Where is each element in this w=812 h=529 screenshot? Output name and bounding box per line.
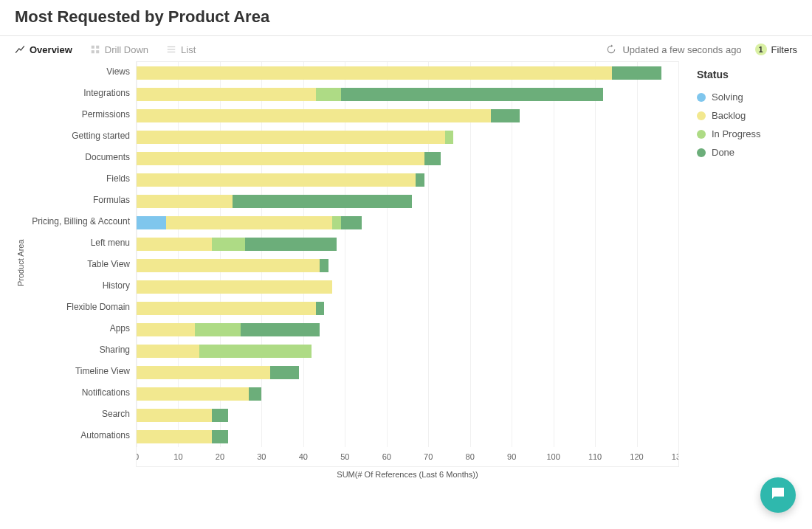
- legend-item-backlog[interactable]: Backlog: [697, 106, 797, 125]
- svg-rect-5: [168, 49, 176, 49]
- bar-segment-backlog[interactable]: [137, 387, 249, 401]
- bar-segment-inprogress[interactable]: [316, 88, 341, 101]
- plot-scroll[interactable]: [137, 62, 678, 449]
- bar-row[interactable]: [137, 426, 678, 447]
- bar-segment-backlog[interactable]: [137, 109, 491, 122]
- bar-segment-backlog[interactable]: [137, 323, 195, 336]
- bar-row[interactable]: [137, 383, 678, 404]
- bar-segment-backlog[interactable]: [137, 238, 212, 251]
- bar-row[interactable]: [137, 105, 678, 126]
- category-label: Sharing: [25, 339, 130, 361]
- category-label: Table View: [25, 254, 130, 275]
- bar-row[interactable]: [137, 319, 678, 340]
- bar-segment-backlog[interactable]: [137, 366, 270, 379]
- bar-segment-solving[interactable]: [137, 216, 166, 229]
- tab-list[interactable]: List: [166, 44, 196, 55]
- bar-row[interactable]: [137, 126, 678, 148]
- bar-segment-backlog[interactable]: [137, 66, 612, 80]
- x-axis-label: SUM(# Of References (Last 6 Months)): [136, 470, 679, 479]
- bar-row[interactable]: [137, 340, 678, 362]
- x-tick: 90: [507, 452, 516, 461]
- x-tick: 80: [466, 452, 475, 461]
- bar-segment-backlog[interactable]: [137, 345, 199, 358]
- bar-row[interactable]: [137, 297, 678, 319]
- x-tick: 50: [340, 452, 349, 461]
- bar-segment-backlog[interactable]: [137, 173, 416, 187]
- tab-overview[interactable]: Overview: [15, 44, 72, 55]
- category-label: Fields: [25, 168, 130, 190]
- list-icon: [166, 44, 176, 55]
- bar-row[interactable]: [137, 62, 678, 83]
- page-title: Most Requested by Product Area: [15, 7, 797, 27]
- chat-button[interactable]: [760, 477, 796, 513]
- bar-segment-backlog[interactable]: [166, 216, 333, 229]
- bar-segment-backlog[interactable]: [137, 88, 316, 101]
- bar-segment-backlog[interactable]: [137, 409, 212, 422]
- bar-row[interactable]: [137, 404, 678, 426]
- category-label: Integrations: [25, 83, 130, 104]
- bar-row[interactable]: [137, 276, 678, 297]
- legend-title: Status: [697, 69, 797, 80]
- bar-segment-done[interactable]: [341, 216, 362, 229]
- svg-rect-0: [92, 46, 94, 49]
- x-tick: 100: [546, 452, 560, 461]
- bar-segment-done[interactable]: [424, 152, 441, 165]
- bar-segment-backlog[interactable]: [137, 302, 316, 315]
- bar-row[interactable]: [137, 362, 678, 383]
- bar-row[interactable]: [137, 190, 678, 212]
- bar-segment-done[interactable]: [245, 238, 337, 251]
- bar-segment-inprogress[interactable]: [199, 345, 312, 358]
- category-label: History: [25, 275, 130, 297]
- bar-row[interactable]: [137, 83, 678, 105]
- bar-segment-done[interactable]: [270, 366, 300, 379]
- bar-segment-done[interactable]: [491, 109, 520, 122]
- page-header: Most Requested by Product Area: [0, 0, 812, 36]
- legend-label: In Progress: [712, 128, 760, 139]
- bar-segment-backlog[interactable]: [137, 280, 332, 294]
- x-tick: 0: [136, 452, 139, 461]
- bar-segment-done[interactable]: [241, 323, 320, 336]
- bar-segment-done[interactable]: [316, 302, 324, 315]
- refresh-status[interactable]: Updated a few seconds ago: [606, 44, 741, 55]
- bar-segment-done[interactable]: [320, 259, 328, 272]
- filter-count-badge: 1: [755, 44, 767, 55]
- bar-segment-done[interactable]: [212, 430, 229, 443]
- bar-row[interactable]: [137, 255, 678, 276]
- legend-item-solving[interactable]: Solving: [697, 88, 797, 106]
- category-label: Timeline View: [25, 361, 130, 382]
- bar-segment-backlog[interactable]: [137, 131, 445, 144]
- x-tick: 30: [257, 452, 266, 461]
- bar-segment-inprogress[interactable]: [445, 131, 453, 144]
- drilldown-icon: [90, 44, 100, 55]
- x-tick: 120: [630, 452, 643, 461]
- bar-row[interactable]: [137, 169, 678, 190]
- bar-segment-backlog[interactable]: [137, 195, 233, 208]
- bar-segment-backlog[interactable]: [137, 259, 320, 272]
- category-label: Automations: [25, 425, 130, 446]
- bar-segment-backlog[interactable]: [137, 430, 212, 443]
- bar-row[interactable]: [137, 233, 678, 255]
- bar-segment-backlog[interactable]: [137, 152, 424, 165]
- category-label: Documents: [25, 147, 130, 168]
- bar-segment-done[interactable]: [249, 387, 261, 401]
- bar-segment-inprogress[interactable]: [332, 216, 340, 229]
- refresh-icon: [606, 44, 616, 55]
- legend-item-done[interactable]: Done: [697, 143, 797, 162]
- bar-row[interactable]: [137, 148, 678, 169]
- bar-segment-done[interactable]: [212, 409, 229, 422]
- bar-row[interactable]: [137, 212, 678, 233]
- category-label: Formulas: [25, 190, 130, 211]
- bar-segment-done[interactable]: [233, 195, 412, 208]
- svg-rect-4: [168, 46, 176, 47]
- x-tick: 20: [216, 452, 224, 461]
- filters-button[interactable]: 1 Filters: [755, 44, 797, 55]
- category-label: Views: [25, 61, 130, 83]
- bar-segment-inprogress[interactable]: [212, 238, 245, 251]
- tab-drilldown[interactable]: Drill Down: [90, 44, 148, 55]
- legend-item-inprogress[interactable]: In Progress: [697, 125, 797, 143]
- bar-segment-inprogress[interactable]: [195, 323, 241, 336]
- plot-area: 0102030405060708090100110120130: [136, 61, 679, 467]
- bar-segment-done[interactable]: [612, 66, 662, 80]
- bar-segment-done[interactable]: [341, 88, 604, 101]
- bar-segment-done[interactable]: [416, 173, 424, 187]
